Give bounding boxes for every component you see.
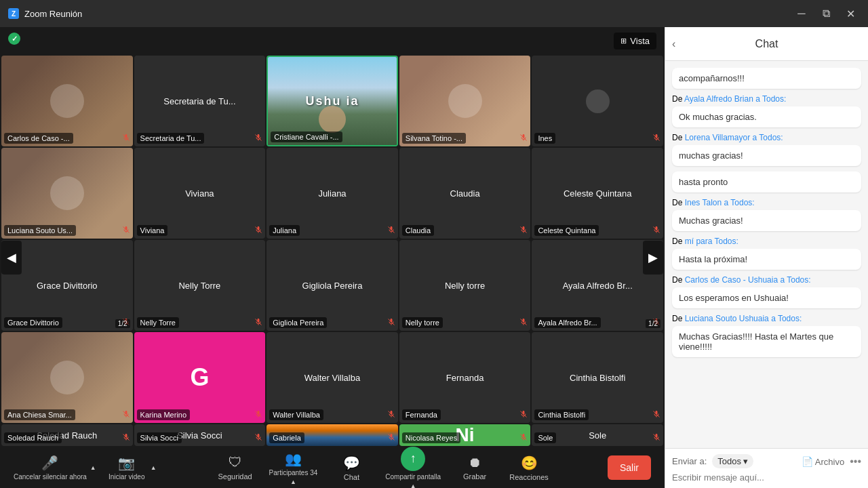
participant-name-carlos: Carlos de Caso -... bbox=[4, 133, 73, 144]
video-cell-walter[interactable]: Walter VillalbaWalter Villalba bbox=[267, 332, 398, 423]
nav-arrow-right[interactable]: ▶ bbox=[643, 241, 663, 274]
participant-name-claudia: Claudia bbox=[402, 225, 434, 236]
video-cell-ana[interactable]: Ana Chiesa Smar... bbox=[1, 332, 133, 423]
chat-input[interactable] bbox=[672, 472, 861, 483]
video-cell-nelly2[interactable]: Nelly torreNelly torre bbox=[399, 240, 531, 331]
muted-icon-silvia bbox=[254, 433, 262, 443]
video-cell-nelly[interactable]: Nelly TorreNelly Torre bbox=[134, 240, 266, 331]
send-to-value: Todos bbox=[717, 456, 741, 466]
video-cell-gabriela[interactable]: Gabriela bbox=[267, 424, 398, 446]
video-cell-ines[interactable]: Ines bbox=[532, 56, 663, 146]
participant-name-walter: Walter Villalba bbox=[269, 409, 323, 420]
video-cell-nicolasa[interactable]: Ni Nicolasa Reyes bbox=[399, 424, 531, 446]
participant-name-cristiane: Cristiane Cavalli -... bbox=[271, 131, 342, 142]
title-bar: Z Zoom Reunión ─ ⧉ ✕ bbox=[0, 0, 868, 27]
video-topbar: ⊞ Vista bbox=[0, 27, 665, 54]
video-cell-fernanda[interactable]: FernandaFernanda bbox=[399, 332, 531, 423]
participant-name-nelly2: Nelly torre bbox=[402, 317, 443, 328]
video-cell-sole[interactable]: SoleSole bbox=[532, 424, 663, 446]
start-video-button[interactable]: 📷 Iniciar video bbox=[106, 455, 147, 481]
restore-button[interactable]: ⧉ bbox=[816, 4, 835, 23]
muted-icon-sole bbox=[652, 433, 660, 443]
muted-icon-secretaria bbox=[254, 134, 262, 144]
chat-messages-container: acompañarnos!!!De Ayala Alfredo Brian a … bbox=[665, 61, 868, 448]
vista-label: Vista bbox=[630, 36, 650, 46]
video-cell-silvana[interactable]: Silvana Totino -... bbox=[399, 56, 531, 146]
muted-icon-nelly bbox=[254, 318, 262, 328]
participants-button[interactable]: 👥 Participantes 34 ▲ bbox=[269, 451, 318, 485]
video-cell-luciana[interactable]: Luciana Souto Us... bbox=[1, 148, 133, 239]
muted-icon-fernanda bbox=[519, 410, 528, 420]
chat-message-5: De mí para Todos:Hasta la próxima! bbox=[672, 237, 861, 270]
chat-footer: Enviar a: Todos ▾ 📄 Archivo ••• bbox=[665, 448, 868, 488]
participant-name-luciana: Luciana Souto Us... bbox=[4, 225, 76, 236]
exit-label: Salir bbox=[620, 462, 639, 473]
video-cell-secretaria[interactable]: Secretaria de Tu...Secretaria de Tu... bbox=[134, 56, 266, 146]
video-cell-juliana[interactable]: JulianaJuliana bbox=[267, 148, 398, 239]
participant-name-cinthia: Cinthia Bistolfi bbox=[534, 409, 589, 420]
close-button[interactable]: ✕ bbox=[841, 4, 860, 23]
chat-header: ‹ Chat bbox=[665, 27, 868, 61]
participant-name-gigliola: Gigliola Pereira bbox=[269, 317, 327, 328]
muted-icon-cinthia bbox=[652, 410, 660, 420]
bottom-toolbar: 🎤 Cancelar silenciar ahora ▲ 📷 Iniciar v… bbox=[0, 447, 665, 488]
grid-icon: ⊞ bbox=[620, 37, 627, 45]
muted-icon-celeste bbox=[652, 226, 660, 236]
participant-name-soledad: Soledad Rauch bbox=[4, 432, 62, 443]
share-caret[interactable]: ▲ bbox=[410, 483, 416, 489]
muted-icon-viviana bbox=[254, 226, 262, 236]
participant-name-fernanda: Fernanda bbox=[402, 409, 441, 420]
start-video-label: Iniciar video bbox=[108, 473, 144, 481]
chat-message-1: De Ayala Alfredo Brian a Todos:Ok muchas… bbox=[672, 94, 861, 127]
participant-name-karina: Karina Merino bbox=[137, 409, 190, 420]
video-cell-claudia[interactable]: ClaudiaClaudia bbox=[399, 148, 531, 239]
participant-name-gabriela: Gabriela bbox=[269, 432, 304, 443]
video-cell-gigliola[interactable]: Gigliola PereiraGigliola Pereira bbox=[267, 240, 398, 331]
reactions-button[interactable]: 😊 Reacciones bbox=[509, 455, 549, 481]
chat-collapse-button[interactable]: ‹ bbox=[672, 38, 675, 50]
send-to-label: Enviar a: bbox=[672, 456, 707, 466]
video-cell-celeste[interactable]: Celeste QuintanaCeleste Quintana bbox=[532, 148, 663, 239]
mute-caret[interactable]: ▲ bbox=[90, 464, 96, 471]
minimize-button[interactable]: ─ bbox=[792, 4, 811, 23]
main-area: ⊞ Vista ◀ ▶ Carlos de Caso -...Secretari… bbox=[0, 27, 868, 488]
chat-panel: ‹ Chat acompañarnos!!!De Ayala Alfredo B… bbox=[665, 27, 868, 488]
nav-arrow-left[interactable]: ◀ bbox=[1, 241, 22, 274]
muted-icon-ines bbox=[652, 134, 660, 144]
video-cell-viviana[interactable]: VivianaViviana bbox=[134, 148, 266, 239]
security-button[interactable]: 🛡 Seguridad bbox=[215, 455, 256, 481]
participant-name-nelly: Nelly Torre bbox=[137, 317, 179, 328]
window-title: Zoom Reunión bbox=[24, 9, 792, 19]
video-area: ⊞ Vista ◀ ▶ Carlos de Caso -...Secretari… bbox=[0, 27, 665, 488]
video-icon: 📷 bbox=[118, 455, 135, 471]
participants-caret[interactable]: ▲ bbox=[290, 479, 296, 485]
video-cell-soledad[interactable]: Soledad RauchSoledad Rauch bbox=[1, 424, 133, 446]
dropdown-chevron-icon: ▾ bbox=[743, 456, 748, 466]
video-caret[interactable]: ▲ bbox=[151, 464, 157, 471]
share-label: Compartir pantalla bbox=[385, 473, 441, 481]
video-cell-cristiane[interactable]: Ushu ia Cristiane Cavalli -... bbox=[267, 56, 398, 146]
muted-icon-luciana bbox=[122, 226, 130, 236]
muted-icon-juliana bbox=[387, 226, 395, 236]
muted-icon-nicolasa bbox=[519, 433, 528, 443]
chat-message-6: De Carlos de Caso - Ushuaia a Todos:Los … bbox=[672, 275, 861, 308]
participant-name-juliana: Juliana bbox=[269, 225, 300, 236]
share-screen-button[interactable]: ↑ Compartir pantalla ▲ bbox=[385, 447, 441, 489]
vista-button[interactable]: ⊞ Vista bbox=[614, 33, 656, 49]
muted-icon-ana bbox=[122, 410, 130, 420]
muted-icon-silvana bbox=[519, 134, 528, 144]
cancel-mute-button[interactable]: 🎤 Cancelar silenciar ahora bbox=[14, 455, 87, 481]
exit-button[interactable]: Salir bbox=[608, 455, 651, 480]
chat-label: Chat bbox=[344, 473, 359, 481]
chat-button[interactable]: 💬 Chat bbox=[331, 455, 372, 481]
participant-name-celeste: Celeste Quintana bbox=[534, 225, 599, 236]
participants-icon: 👥 bbox=[285, 451, 302, 467]
video-cell-silvia[interactable]: Silvia SocciSilvia Socci bbox=[134, 424, 266, 446]
record-button[interactable]: ⏺ Grabar bbox=[454, 455, 495, 481]
chat-more-options-button[interactable]: ••• bbox=[850, 455, 861, 468]
send-to-selector[interactable]: Todos ▾ bbox=[712, 454, 753, 468]
participant-name-ayala: Ayala Alfredo Br... bbox=[534, 317, 600, 328]
video-cell-carlos[interactable]: Carlos de Caso -... bbox=[1, 56, 133, 146]
video-cell-karina[interactable]: G Karina Merino bbox=[134, 332, 266, 423]
video-cell-cinthia[interactable]: Cinthia BistolfiCinthia Bistolfi bbox=[532, 332, 663, 423]
